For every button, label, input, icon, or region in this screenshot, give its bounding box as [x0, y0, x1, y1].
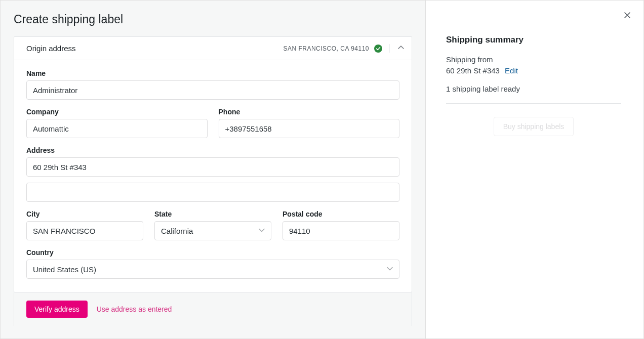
postal-field-block: Postal code [283, 210, 399, 240]
state-select[interactable] [154, 221, 271, 240]
state-field-block: State [154, 210, 271, 240]
company-label: Company [26, 108, 208, 116]
company-field-block: Company [26, 108, 208, 138]
shipping-from-block: Shipping from 60 29th St #343 Edit [446, 54, 621, 76]
country-field-block: Country [26, 248, 399, 279]
origin-section-title: Origin address [26, 44, 283, 53]
summary-sidebar: Shipping summary Shipping from 60 29th S… [426, 1, 643, 338]
summary-divider [446, 103, 621, 104]
state-label: State [154, 210, 271, 218]
name-field-block: Name [26, 69, 399, 100]
origin-form: Name Company Phone Address [14, 60, 412, 292]
origin-summary-line: SAN FRANCISCO, CA 94110 [283, 45, 369, 52]
address1-input[interactable] [26, 157, 399, 177]
postal-input[interactable] [283, 221, 399, 240]
phone-input[interactable] [219, 119, 400, 138]
name-input[interactable] [26, 80, 399, 100]
chevron-up-icon [397, 44, 405, 53]
name-label: Name [26, 69, 399, 77]
phone-field-block: Phone [219, 108, 400, 138]
use-as-entered-link[interactable]: Use address as entered [97, 305, 172, 313]
buy-shipping-labels-button: Buy shipping labels [494, 117, 574, 136]
svg-point-0 [374, 45, 382, 53]
close-icon [623, 11, 631, 21]
close-button[interactable] [621, 10, 633, 22]
address2-input[interactable] [26, 183, 399, 202]
city-field-block: City [26, 210, 143, 240]
address-label: Address [26, 146, 399, 154]
shipping-from-address: 60 29th St #343 [446, 66, 500, 75]
address-field-block: Address [26, 146, 399, 202]
city-label: City [26, 210, 143, 218]
shipping-label-modal: Create shipping label Origin address SAN… [0, 0, 644, 339]
origin-address-card: Origin address SAN FRANCISCO, CA 94110 N… [14, 36, 412, 292]
phone-label: Phone [219, 108, 400, 116]
verified-check-icon [374, 45, 382, 53]
collapse-toggle[interactable] [389, 44, 412, 53]
page-title: Create shipping label [1, 1, 425, 36]
country-label: Country [26, 248, 399, 257]
summary-title: Shipping summary [446, 35, 621, 45]
label-status: 1 shipping label ready [446, 83, 621, 95]
edit-shipping-from-link[interactable]: Edit [505, 66, 518, 75]
city-input[interactable] [26, 221, 143, 240]
country-select[interactable] [26, 260, 399, 279]
postal-label: Postal code [283, 210, 399, 218]
company-input[interactable] [26, 119, 208, 138]
shipping-from-label: Shipping from [446, 54, 621, 65]
main-column: Create shipping label Origin address SAN… [1, 1, 426, 338]
verify-address-button[interactable]: Verify address [26, 301, 88, 318]
origin-address-header: Origin address SAN FRANCISCO, CA 94110 [14, 37, 412, 60]
actions-bar: Verify address Use address as entered [14, 292, 412, 326]
